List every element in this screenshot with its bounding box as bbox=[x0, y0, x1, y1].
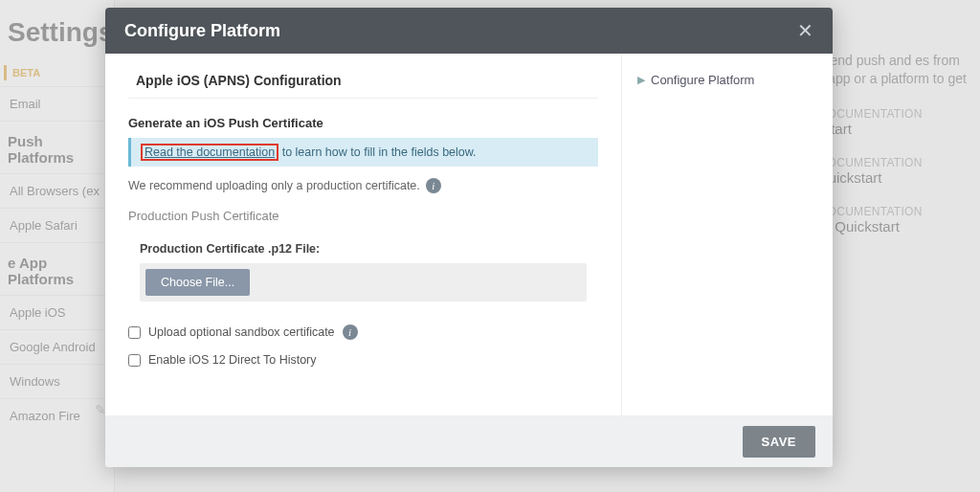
modal-body: Apple iOS (APNS) Configuration Generate … bbox=[105, 54, 833, 415]
configure-platform-modal: Configure Platform ✕ Apple iOS (APNS) Co… bbox=[105, 8, 833, 467]
section-heading-text: Apple iOS (APNS) Configuration bbox=[136, 73, 342, 88]
info-banner: Read the documentation to learn how to f… bbox=[128, 138, 598, 167]
choose-file-button[interactable]: Choose File... bbox=[145, 269, 250, 296]
sandbox-label: Upload optional sandbox certificate bbox=[148, 325, 335, 339]
sandbox-checkbox[interactable] bbox=[128, 326, 141, 339]
banner-rest: to learn how to fill in the fields below… bbox=[278, 145, 476, 159]
prod-group-title: Production Push Certificate bbox=[128, 209, 598, 223]
history-label: Enable iOS 12 Direct To History bbox=[148, 353, 317, 367]
modal-left-panel: Apple iOS (APNS) Configuration Generate … bbox=[105, 54, 622, 415]
file-row: Production Certificate .p12 File: Choose… bbox=[128, 233, 598, 311]
recommendation-label: We recommend uploading only a production… bbox=[128, 179, 420, 192]
history-checkbox[interactable] bbox=[128, 354, 141, 367]
modal-header: Configure Platform ✕ bbox=[105, 8, 833, 54]
read-docs-link[interactable]: Read the documentation bbox=[141, 144, 278, 161]
generate-title: Generate an iOS Push Certificate bbox=[128, 116, 598, 130]
recommendation-text: We recommend uploading only a production… bbox=[128, 178, 598, 193]
info-icon[interactable]: i bbox=[343, 324, 358, 340]
file-input-wrap: Choose File... bbox=[140, 263, 587, 302]
save-button[interactable]: SAVE bbox=[743, 426, 815, 458]
file-label: Production Certificate .p12 File: bbox=[140, 242, 587, 256]
modal-right-panel: ▶ Configure Platform bbox=[622, 54, 833, 415]
history-checkbox-row[interactable]: Enable iOS 12 Direct To History bbox=[128, 353, 598, 367]
sandbox-checkbox-row[interactable]: Upload optional sandbox certificate i bbox=[128, 324, 598, 340]
configure-platform-link[interactable]: ▶ Configure Platform bbox=[637, 73, 817, 87]
modal-footer: SAVE bbox=[105, 415, 833, 467]
section-heading: Apple iOS (APNS) Configuration bbox=[128, 73, 598, 99]
right-link-label: Configure Platform bbox=[651, 73, 754, 87]
info-icon[interactable]: i bbox=[426, 178, 441, 193]
modal-title: Configure Platform bbox=[124, 21, 280, 41]
close-icon[interactable]: ✕ bbox=[797, 19, 813, 42]
caret-right-icon: ▶ bbox=[637, 74, 645, 86]
